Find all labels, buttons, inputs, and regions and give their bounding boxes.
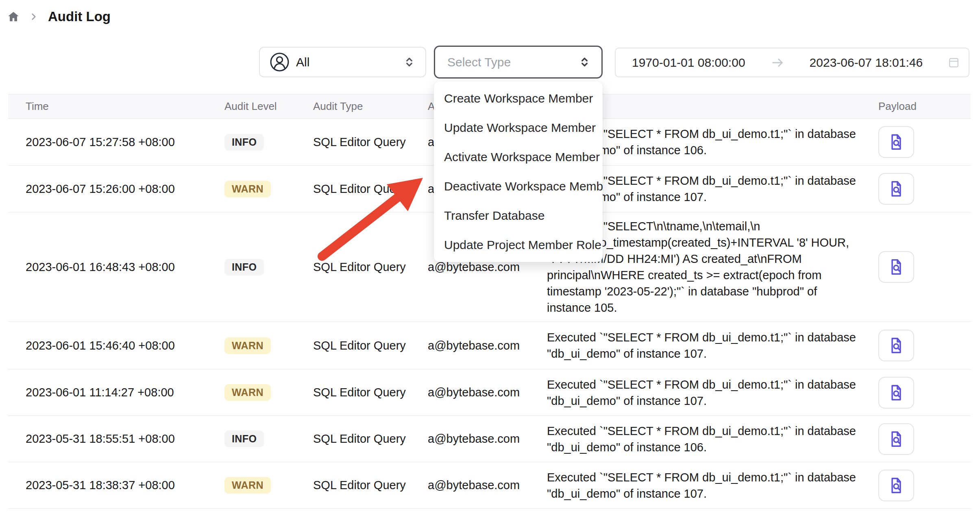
file-search-icon [887, 336, 906, 355]
audit-type: SQL Editor Query [313, 339, 428, 352]
menu-item-update-workspace-member[interactable]: Update Workspace Member [434, 113, 603, 142]
view-payload-button[interactable] [878, 377, 914, 409]
audit-level-badge: INFO [224, 134, 264, 151]
audit-type: SQL Editor Query [313, 386, 428, 399]
audit-level-badge: WARN [224, 477, 271, 494]
type-filter-dropdown: Create Workspace Member Update Workspace… [434, 81, 603, 262]
table-row: 2023-06-01 11:14:27 +08:00 WARN SQL Edit… [8, 370, 971, 416]
col-header-payload: Payload [876, 100, 971, 113]
audit-type: SQL Editor Query [313, 479, 428, 492]
audit-time: 2023-06-01 11:14:27 +08:00 [8, 386, 224, 399]
audit-actor: a@bytebase.com [428, 339, 547, 352]
breadcrumb: Audit Log [7, 9, 111, 24]
file-search-icon [887, 430, 906, 448]
audit-actor: a@bytebase.com [428, 432, 547, 446]
table-row: 2023-06-01 15:46:40 +08:00 WARN SQL Edit… [8, 322, 971, 370]
audit-time: 2023-06-07 15:26:00 +08:00 [8, 182, 224, 196]
view-payload-button[interactable] [878, 126, 914, 158]
audit-type: SQL Editor Query [313, 432, 428, 446]
view-payload-button[interactable] [878, 330, 914, 361]
page-title: Audit Log [48, 9, 111, 24]
view-payload-button[interactable] [878, 173, 914, 205]
date-range-end[interactable]: 2023-06-07 18:01:46 [810, 56, 923, 70]
audit-type: SQL Editor Query [313, 260, 428, 274]
audit-level-badge: WARN [224, 384, 271, 401]
date-range-start[interactable]: 1970-01-01 08:00:00 [632, 56, 745, 70]
audit-comment: Executed `"SELECT * FROM db_ui_demo.t1;"… [547, 423, 876, 455]
type-filter-select[interactable]: Select Type [434, 46, 603, 79]
file-search-icon [887, 383, 906, 402]
menu-item-transfer-database[interactable]: Transfer Database [434, 201, 603, 230]
audit-comment: Executed `"SELECT * FROM db_ui_demo.t1;"… [547, 376, 876, 409]
actor-filter-select[interactable]: All [259, 47, 426, 77]
col-header-time: Time [8, 100, 224, 113]
file-search-icon [887, 133, 906, 151]
file-search-icon [887, 179, 906, 198]
audit-comment: Executed `"SELECT * FROM db_ui_demo.t1;"… [547, 329, 876, 362]
view-payload-button[interactable] [878, 470, 914, 501]
audit-time: 2023-06-01 15:46:40 +08:00 [8, 339, 224, 352]
user-circle-icon [270, 52, 290, 72]
audit-type: SQL Editor Query [313, 136, 428, 149]
chevron-updown-icon [403, 56, 416, 68]
audit-actor: a@bytebase.com [428, 386, 547, 399]
audit-type: SQL Editor Query [313, 182, 428, 196]
audit-actor: a@bytebase.com [428, 479, 547, 492]
actor-filter-value: All [296, 55, 403, 69]
chevron-right-icon [28, 11, 39, 22]
audit-level-badge: WARN [224, 181, 271, 197]
col-header-level: Audit Level [224, 100, 313, 113]
file-search-icon [887, 258, 906, 276]
chevron-updown-icon [578, 56, 591, 68]
audit-comment: Executed `"SELECT * FROM db_ui_demo.t1;"… [547, 469, 876, 502]
audit-actor: a@bytebase.com [428, 260, 547, 274]
view-payload-button[interactable] [878, 251, 914, 283]
col-header-type: Audit Type [313, 100, 428, 113]
calendar-icon[interactable] [948, 57, 960, 68]
audit-level-badge: INFO [224, 431, 264, 447]
arrow-right-icon [771, 56, 784, 70]
date-range-picker[interactable]: 1970-01-01 08:00:00 2023-06-07 18:01:46 [615, 48, 969, 77]
audit-time: 2023-06-07 15:27:58 +08:00 [8, 136, 224, 149]
menu-item-deactivate-workspace-member[interactable]: Deactivate Workspace Member [434, 172, 603, 201]
audit-level-badge: INFO [224, 259, 264, 275]
menu-item-create-workspace-member[interactable]: Create Workspace Member [434, 84, 603, 113]
audit-time: 2023-05-31 18:55:51 +08:00 [8, 432, 224, 446]
home-icon[interactable] [7, 11, 20, 23]
audit-level-badge: WARN [224, 337, 271, 354]
menu-item-activate-workspace-member[interactable]: Activate Workspace Member [434, 142, 603, 172]
menu-item-update-project-member[interactable]: Update Project Member Role [434, 230, 603, 260]
view-payload-button[interactable] [878, 423, 914, 455]
file-search-icon [887, 476, 906, 495]
type-filter-placeholder: Select Type [447, 55, 578, 69]
audit-time: 2023-06-01 16:48:43 +08:00 [8, 260, 224, 274]
table-row: 2023-05-31 18:55:51 +08:00 INFO SQL Edit… [8, 416, 971, 462]
audit-time: 2023-05-31 18:38:37 +08:00 [8, 479, 224, 492]
table-row: 2023-05-31 18:38:37 +08:00 WARN SQL Edit… [8, 462, 971, 509]
